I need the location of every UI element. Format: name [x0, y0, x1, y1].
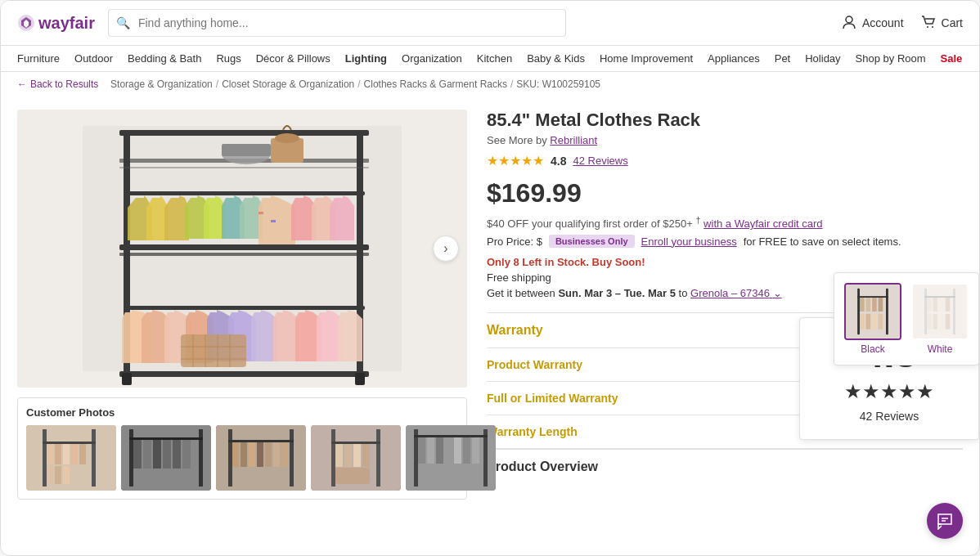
nav-shop-by-room[interactable]: Shop by Room: [856, 52, 926, 65]
product-overview-title: Product Overview: [487, 449, 963, 484]
svg-rect-57: [232, 442, 239, 467]
logo-text: wayfair: [38, 14, 95, 33]
svg-rect-94: [872, 314, 877, 330]
product-title: 85.4" Metal Clothes Rack: [487, 110, 963, 131]
logo[interactable]: wayfair: [17, 14, 95, 33]
nav-rugs[interactable]: Rugs: [216, 52, 241, 65]
warranty-length-label: Warranty Length: [487, 425, 578, 438]
svg-rect-75: [483, 429, 488, 486]
wayfair-logo-icon: [17, 14, 35, 32]
main-product-image[interactable]: ›: [17, 110, 467, 388]
search-input[interactable]: [108, 9, 566, 37]
nav-outdoor[interactable]: Outdoor: [74, 52, 113, 65]
svg-rect-29: [122, 373, 132, 385]
swatch-white-label: White: [911, 343, 969, 355]
svg-rect-69: [344, 444, 352, 467]
nav-sale[interactable]: Sale: [941, 52, 963, 65]
svg-rect-36: [55, 444, 61, 464]
review-count-link[interactable]: 42 Reviews: [573, 155, 627, 167]
nav-baby[interactable]: Baby & Kids: [527, 52, 585, 65]
nav-holiday[interactable]: Holiday: [805, 52, 840, 65]
back-to-results[interactable]: ← Back to Results: [17, 78, 98, 90]
rating-card-stars: ★★★★★: [820, 380, 959, 403]
breadcrumb-storage[interactable]: Storage & Organization: [110, 78, 213, 90]
breadcrumb-closet[interactable]: Closet Storage & Organization: [222, 78, 354, 90]
swatch-white-image: [911, 283, 969, 340]
svg-rect-35: [47, 444, 53, 464]
image-next-button[interactable]: ›: [433, 235, 459, 262]
color-swatch-black[interactable]: Black: [844, 283, 901, 355]
svg-rect-40: [47, 466, 53, 484]
svg-rect-103: [946, 298, 951, 312]
breadcrumb: ← Back to Results Storage & Organization…: [1, 72, 979, 96]
svg-rect-67: [331, 442, 380, 444]
chat-button[interactable]: [927, 503, 963, 539]
swatch-black-label: Black: [844, 343, 901, 355]
warranty-full-label: Full or Limited Warranty: [487, 392, 618, 405]
svg-point-1: [846, 16, 852, 23]
svg-rect-91: [879, 298, 883, 312]
nav-organization[interactable]: Organization: [402, 52, 462, 65]
svg-rect-95: [879, 314, 883, 330]
svg-rect-38: [71, 444, 78, 464]
svg-point-16: [275, 133, 299, 143]
svg-rect-61: [265, 442, 272, 467]
star-rating: ★★★★★: [487, 153, 544, 168]
nav-decor[interactable]: Décor & Pillows: [256, 52, 330, 65]
cart-label: Cart: [942, 16, 963, 29]
nav-furniture[interactable]: Furniture: [17, 52, 60, 65]
customer-photo-3[interactable]: [216, 425, 306, 491]
search-bar: 🔍: [108, 9, 566, 37]
svg-rect-50: [163, 440, 171, 469]
svg-rect-102: [939, 298, 944, 312]
customer-photos-section: Customer Photos: [17, 397, 467, 500]
svg-rect-37: [63, 444, 70, 464]
warranty-product-label: Product Warranty: [487, 358, 582, 371]
svg-rect-18: [258, 212, 263, 214]
svg-rect-63: [281, 442, 288, 467]
customer-photo-2[interactable]: [121, 425, 211, 491]
svg-rect-105: [933, 314, 938, 330]
svg-rect-59: [249, 442, 255, 467]
delivery-dates: Sun. Mar 3 – Tue. Mar 5: [558, 287, 676, 299]
svg-rect-30: [355, 373, 365, 385]
nav-bedding[interactable]: Bedding & Bath: [128, 52, 201, 65]
nav-kitchen[interactable]: Kitchen: [477, 52, 512, 65]
cart-button[interactable]: Cart: [920, 14, 963, 33]
nav-home-improvement[interactable]: Home Improvement: [600, 52, 693, 65]
credit-card-link[interactable]: with a Wayfair credit card: [704, 217, 822, 230]
chat-icon: [936, 512, 954, 530]
svg-rect-70: [353, 444, 361, 467]
svg-rect-21: [119, 253, 369, 256]
svg-rect-52: [182, 440, 191, 469]
svg-rect-12: [119, 167, 369, 168]
customer-photo-4[interactable]: [311, 425, 401, 491]
nav-pet[interactable]: Pet: [775, 52, 791, 65]
svg-rect-89: [866, 298, 871, 312]
businesses-only-badge: Businesses Only: [549, 235, 635, 248]
nav-lighting[interactable]: Lighting: [345, 52, 387, 65]
breadcrumb-racks[interactable]: Clothes Racks & Garment Racks: [364, 78, 507, 90]
rating-number: 4.8: [551, 155, 566, 168]
enroll-business-link[interactable]: Enroll your business: [641, 235, 737, 248]
svg-rect-39: [79, 444, 86, 464]
nav-appliances[interactable]: Appliances: [708, 52, 760, 65]
svg-rect-33: [92, 429, 96, 486]
svg-rect-82: [463, 437, 470, 464]
svg-rect-104: [927, 314, 932, 330]
breadcrumb-sku: SKU: W100259105: [516, 78, 600, 90]
product-image-area: › Customer Photos: [17, 110, 467, 500]
svg-rect-74: [414, 429, 418, 486]
svg-rect-81: [454, 437, 461, 464]
delivery-location-link[interactable]: Grenola – 67346 ⌄: [690, 287, 781, 299]
svg-rect-78: [427, 437, 434, 464]
account-button[interactable]: Account: [841, 14, 904, 33]
color-swatch-white[interactable]: White: [911, 283, 969, 355]
svg-rect-68: [335, 444, 343, 467]
customer-photo-5[interactable]: [406, 425, 496, 491]
svg-rect-65: [331, 429, 335, 486]
brand-link[interactable]: Rebrilliant: [550, 134, 597, 146]
svg-rect-72: [335, 468, 370, 484]
svg-rect-76: [414, 435, 488, 437]
customer-photo-1[interactable]: [26, 425, 116, 491]
